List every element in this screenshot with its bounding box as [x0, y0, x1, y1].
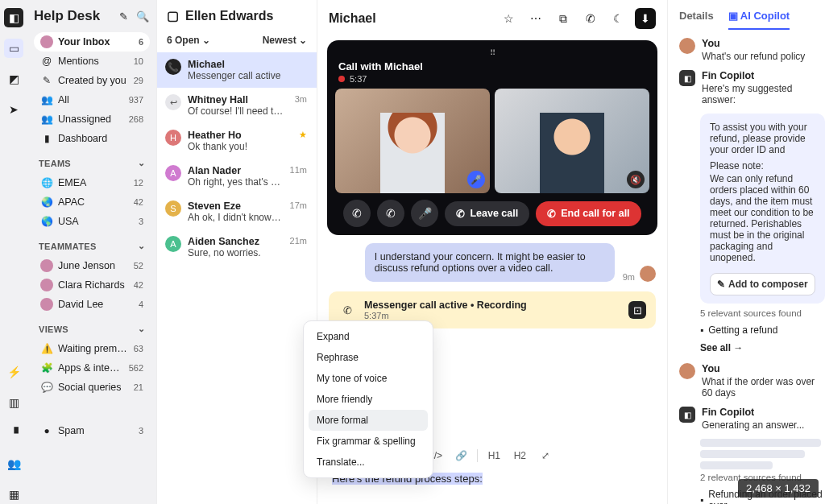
sidebar-item-team[interactable]: 🌎USA3: [34, 212, 150, 231]
see-all-sources[interactable]: See all →: [679, 339, 825, 363]
conversation-item[interactable]: AAiden SanchezSure, no worries.21m: [157, 229, 317, 265]
context-menu-item[interactable]: Fix grammar & spelling: [309, 431, 428, 452]
sidebar-item-view[interactable]: 💬Social queries21: [34, 378, 150, 397]
context-menu-item[interactable]: More formal: [309, 410, 428, 431]
h2-button[interactable]: H2: [510, 447, 529, 465]
sidebar-item-inbox[interactable]: @Mentions10: [34, 52, 150, 71]
conversation-item[interactable]: AAlan NaderOh right, yes that's work...1…: [157, 159, 317, 194]
conversation-item[interactable]: SSteven EzeAh ok, I didn't know that...1…: [157, 194, 317, 229]
views-section-label[interactable]: VIEWS ⌄: [39, 324, 145, 334]
video-tile-remote[interactable]: 🔇: [495, 89, 649, 193]
user-avatar: [679, 38, 695, 54]
search-icon[interactable]: 🔍: [135, 9, 150, 23]
context-menu-item[interactable]: Rephrase: [309, 347, 428, 368]
context-menu-item[interactable]: My tone of voice: [309, 368, 428, 389]
expand-button[interactable]: ⤢: [536, 447, 555, 465]
conv-meta: 11m: [290, 165, 307, 175]
send-rail-icon[interactable]: ➤: [4, 100, 23, 119]
h1-button[interactable]: H1: [484, 447, 504, 465]
assign-icon[interactable]: ⬇: [635, 8, 656, 29]
banner-sub: 5:37m: [364, 311, 620, 320]
sidebar-item-teammate[interactable]: June Jenson52: [34, 256, 150, 275]
end-call-button[interactable]: ✆ End call for all: [536, 201, 641, 226]
mute-button[interactable]: 🎤: [411, 200, 438, 227]
transfer-button[interactable]: ✆: [377, 200, 404, 227]
context-menu-item[interactable]: Expand: [309, 326, 428, 347]
apps-rail-icon[interactable]: ▦: [4, 485, 23, 504]
mic-on-icon[interactable]: 🎤: [467, 171, 485, 188]
copilot-bot-msg: ◧ Fin Copilot Here's my suggested answer…: [679, 70, 825, 105]
item-icon: ▮: [40, 132, 53, 145]
chart-rail-icon[interactable]: ▝: [4, 423, 23, 443]
item-count: 63: [134, 344, 143, 353]
sidebar-item-teammate[interactable]: Clara Richards42: [34, 275, 150, 295]
sidebar-item-team[interactable]: 🌐EMEA12: [34, 173, 150, 192]
item-icon: 💬: [40, 381, 53, 394]
item-count: 3: [139, 217, 143, 226]
more-icon[interactable]: ⋯: [525, 8, 546, 29]
link-button[interactable]: 🔗: [451, 447, 471, 465]
teams-section-label[interactable]: TEAMS ⌄: [39, 158, 145, 168]
teammates-section-label[interactable]: TEAMMATES ⌄: [39, 241, 145, 251]
moon-icon[interactable]: ☾: [607, 8, 628, 29]
tab-ai-copilot[interactable]: ▣ AI Copilot: [728, 10, 790, 30]
bolt-rail-icon[interactable]: ⚡: [4, 362, 23, 382]
doc-icon: ▪: [700, 494, 703, 504]
sidebar-item-view[interactable]: 🧩Apps & integrations562: [34, 358, 150, 378]
book-rail-icon[interactable]: ▥: [4, 393, 23, 412]
banner-title: Messenger call active • Recording: [364, 300, 620, 311]
panel-icon[interactable]: ▢: [167, 8, 179, 23]
item-icon: 🧩: [40, 361, 53, 374]
banner-action-icon[interactable]: ⊡: [628, 301, 646, 319]
conversation-item[interactable]: HHeather HoOk thank you!★: [157, 123, 317, 159]
user-avatar: [679, 363, 695, 379]
people-rail-icon[interactable]: 👥: [4, 454, 23, 473]
tab-details[interactable]: Details: [679, 10, 714, 30]
conv-meta: 21m: [290, 236, 307, 246]
star-icon[interactable]: ☆: [498, 8, 519, 29]
add-call-button[interactable]: ✆: [343, 200, 371, 227]
mic-off-icon[interactable]: 🔇: [627, 171, 645, 188]
conversation-item[interactable]: ↩Whitney HallOf course! I'll need to co.…: [157, 88, 317, 123]
conversation-header: Michael ☆ ⋯ ⧉ ✆ ☾ ⬇: [317, 0, 667, 37]
add-to-composer-button[interactable]: ✎ Add to composer: [710, 273, 815, 295]
conv-name: Steven Eze: [188, 200, 284, 212]
leave-call-button[interactable]: ✆ Leave call: [445, 201, 529, 226]
phone-icon[interactable]: ✆: [580, 8, 601, 29]
drag-handle-icon[interactable]: ⠿: [334, 47, 651, 59]
compose-icon[interactable]: ✎: [116, 9, 131, 23]
sidebar-item-inbox[interactable]: Your Inbox6: [34, 32, 150, 52]
rail-icon-2[interactable]: ◩: [4, 69, 23, 89]
conv-name: Alan Nader: [188, 165, 284, 176]
item-icon: [40, 35, 53, 48]
context-menu-item[interactable]: More friendly: [309, 389, 428, 410]
chevron-down-icon: ⌄: [138, 158, 145, 168]
logo-icon[interactable]: ◧: [4, 8, 23, 27]
sources-count: 5 relevant sources found: [700, 308, 825, 318]
item-label: June Jenson: [58, 260, 129, 271]
item-count: 4: [139, 300, 143, 309]
sidebar-item-view[interactable]: ⚠️Waiting premium63: [34, 339, 150, 358]
item-label: USA: [58, 216, 134, 227]
open-filter[interactable]: 6 Open ⌄: [167, 35, 210, 46]
sidebar-item-inbox[interactable]: 👥Unassigned268: [34, 109, 150, 129]
sidebar-item-teammate[interactable]: David Lee4: [34, 295, 150, 314]
inbox-rail-icon[interactable]: ▭: [4, 39, 23, 58]
sidebar-item-inbox[interactable]: ▮Dashboard: [34, 129, 150, 148]
source-item[interactable]: ▪ Getting a refund: [679, 321, 825, 339]
sort-filter[interactable]: Newest ⌄: [263, 35, 307, 46]
sidebar-item-inbox[interactable]: ✎Created by you29: [34, 71, 150, 90]
context-menu-item[interactable]: Translate...: [309, 452, 428, 473]
conversation-item[interactable]: 📞MichaelMessenger call active: [157, 52, 317, 88]
sidebar-item-inbox[interactable]: 👥All937: [34, 90, 150, 109]
video-tile-local[interactable]: 🎤: [335, 89, 490, 193]
conv-name: Michael: [188, 59, 301, 70]
sidebar-item-spam[interactable]: ● Spam 3: [34, 421, 150, 440]
chevron-down-icon: ⌄: [138, 324, 145, 334]
sidebar-item-team[interactable]: 🌏APAC42: [34, 192, 150, 212]
snooze-icon[interactable]: ⧉: [553, 8, 574, 29]
item-count: 42: [134, 280, 143, 290]
item-label: Clara Richards: [58, 279, 129, 291]
call-controls: ✆ ✆ 🎤 ✆ Leave call ✆ End call for all: [334, 193, 651, 229]
item-label: Social queries: [58, 382, 129, 393]
